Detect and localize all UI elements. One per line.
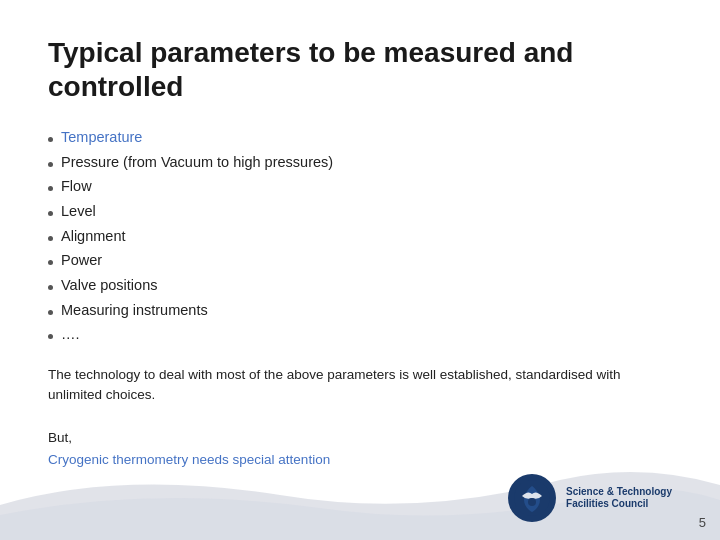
bullet-item: ….: [48, 322, 672, 347]
bullet-item: Power: [48, 248, 672, 273]
bullet-list: TemperaturePressure (from Vacuum to high…: [48, 125, 672, 347]
bullet-dot-icon: [48, 236, 53, 241]
bullet-item: Valve positions: [48, 273, 672, 298]
bullet-text: Alignment: [61, 224, 125, 249]
bullet-dot-icon: [48, 285, 53, 290]
bullet-dot-icon: [48, 211, 53, 216]
logo-line2: Facilities Council: [566, 498, 672, 510]
bullet-dot-icon: [48, 137, 53, 142]
bullet-text: Valve positions: [61, 273, 157, 298]
logo-line1: Science & Technology: [566, 486, 672, 498]
logo-circle: [508, 474, 556, 522]
svg-point-1: [528, 498, 536, 506]
logo-area: Science & Technology Facilities Council: [508, 474, 672, 522]
but-label: But,: [48, 430, 72, 445]
bullet-text: Level: [61, 199, 96, 224]
bullet-dot-icon: [48, 162, 53, 167]
bullet-item: Alignment: [48, 224, 672, 249]
bullet-item: Measuring instruments: [48, 298, 672, 323]
logo-text-block: Science & Technology Facilities Council: [566, 486, 672, 510]
bullet-text: ….: [61, 322, 80, 347]
bullet-text: Temperature: [61, 125, 142, 150]
bullet-text: Measuring instruments: [61, 298, 208, 323]
bullet-text: Pressure (from Vacuum to high pressures): [61, 150, 333, 175]
bullet-item: Pressure (from Vacuum to high pressures): [48, 150, 672, 175]
bullet-dot-icon: [48, 260, 53, 265]
bullet-item: Temperature: [48, 125, 672, 150]
body-text: The technology to deal with most of the …: [48, 365, 672, 406]
bullet-item: Level: [48, 199, 672, 224]
slide: Typical parameters to be measured and co…: [0, 0, 720, 540]
bullet-dot-icon: [48, 310, 53, 315]
page-number: 5: [699, 515, 706, 530]
bullet-text: Power: [61, 248, 102, 273]
bullet-item: Flow: [48, 174, 672, 199]
bullet-dot-icon: [48, 186, 53, 191]
bullet-text: Flow: [61, 174, 92, 199]
bullet-dot-icon: [48, 334, 53, 339]
slide-title: Typical parameters to be measured and co…: [48, 36, 672, 103]
